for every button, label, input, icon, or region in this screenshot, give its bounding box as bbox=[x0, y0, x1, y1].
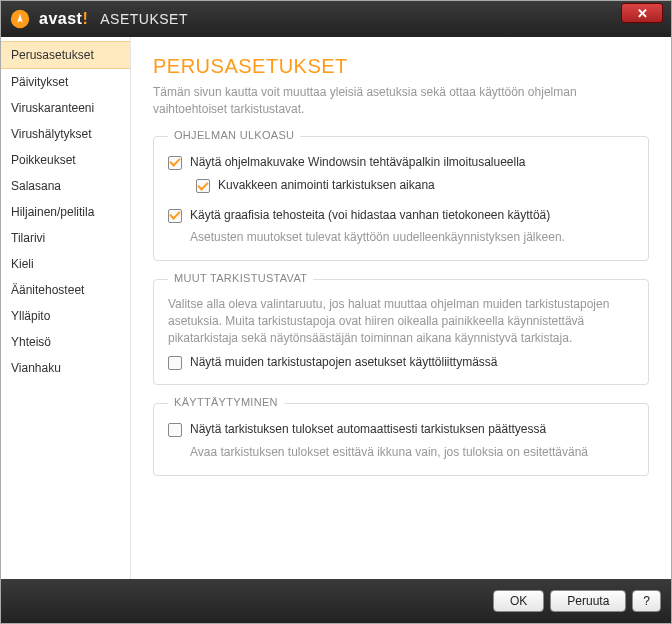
close-button[interactable]: ✕ bbox=[621, 3, 663, 23]
sidebar: Perusasetukset Päivitykset Viruskarantee… bbox=[1, 37, 131, 579]
settings-window: avast! ASETUKSET ✕ Perusasetukset Päivit… bbox=[0, 0, 672, 624]
group-title: KÄYTTÄYTYMINEN bbox=[168, 396, 284, 408]
ok-button[interactable]: OK bbox=[493, 590, 544, 612]
sidebar-item-label: Kieli bbox=[11, 257, 34, 271]
checkbox-show-other-scans[interactable] bbox=[168, 356, 182, 370]
group-appearance: OHJELMAN ULKOASU Näytä ohjelmakuvake Win… bbox=[153, 136, 649, 262]
checkbox-row-graphic-effects: Käytä graafisia tehosteita (voi hidastaa… bbox=[168, 208, 634, 224]
help-button[interactable]: ? bbox=[632, 590, 661, 612]
cancel-button[interactable]: Peruuta bbox=[550, 590, 626, 612]
window-title: ASETUKSET bbox=[100, 11, 188, 27]
sidebar-item-label: Salasana bbox=[11, 179, 61, 193]
checkbox-label: Kuvakkeen animointi tarkistuksen aikana bbox=[218, 178, 435, 194]
sidebar-item-basic-settings[interactable]: Perusasetukset bbox=[1, 41, 130, 69]
checkbox-row-tray-icon: Näytä ohjelmakuvake Windowsin tehtäväpal… bbox=[168, 155, 634, 171]
close-icon: ✕ bbox=[637, 7, 648, 20]
sidebar-item-troubleshooting[interactable]: Vianhaku bbox=[1, 355, 130, 381]
page-title: PERUSASETUKSET bbox=[153, 55, 649, 78]
brand-text: avast! bbox=[39, 10, 88, 28]
sidebar-item-maintenance[interactable]: Ylläpito bbox=[1, 303, 130, 329]
window-body: Perusasetukset Päivitykset Viruskarantee… bbox=[1, 37, 671, 579]
sidebar-item-label: Virushälytykset bbox=[11, 127, 91, 141]
checkbox-animate-icon[interactable] bbox=[196, 179, 210, 193]
checkbox-graphic-effects[interactable] bbox=[168, 209, 182, 223]
group-note: Asetusten muutokset tulevat käyttöön uud… bbox=[190, 229, 634, 246]
sidebar-item-virus-alerts[interactable]: Virushälytykset bbox=[1, 121, 130, 147]
sidebar-item-password[interactable]: Salasana bbox=[1, 173, 130, 199]
sidebar-item-label: Poikkeukset bbox=[11, 153, 76, 167]
sidebar-item-label: Perusasetukset bbox=[11, 48, 94, 62]
page-subtitle: Tämän sivun kautta voit muuttaa yleisiä … bbox=[153, 84, 649, 118]
group-description: Valitse alla oleva valintaruutu, jos hal… bbox=[168, 296, 634, 346]
sidebar-item-label: Äänitehosteet bbox=[11, 283, 84, 297]
sidebar-item-virus-quarantine[interactable]: Viruskaranteeni bbox=[1, 95, 130, 121]
group-other-scans: MUUT TARKISTUSTAVAT Valitse alla oleva v… bbox=[153, 279, 649, 385]
brand-name: avast bbox=[39, 10, 82, 27]
checkbox-label: Näytä muiden tarkistustapojen asetukset … bbox=[190, 355, 497, 371]
brand-bang: ! bbox=[82, 10, 88, 27]
checkbox-label: Käytä graafisia tehosteita (voi hidastaa… bbox=[190, 208, 550, 224]
sidebar-item-exceptions[interactable]: Poikkeukset bbox=[1, 147, 130, 173]
sidebar-item-label: Yhteisö bbox=[11, 335, 51, 349]
brand-logo: avast! bbox=[9, 8, 88, 30]
footer: OK Peruuta ? bbox=[1, 579, 671, 623]
sidebar-item-label: Viruskaranteeni bbox=[11, 101, 94, 115]
sidebar-item-label: Ylläpito bbox=[11, 309, 50, 323]
group-note: Avaa tarkistuksen tulokset esittävä ikku… bbox=[190, 444, 634, 461]
titlebar: avast! ASETUKSET ✕ bbox=[1, 1, 671, 37]
sidebar-item-silent-gaming[interactable]: Hiljainen/pelitila bbox=[1, 199, 130, 225]
checkbox-label: Näytä ohjelmakuvake Windowsin tehtäväpal… bbox=[190, 155, 526, 171]
sidebar-item-label: Tilarivi bbox=[11, 231, 45, 245]
checkbox-label: Näytä tarkistuksen tulokset automaattise… bbox=[190, 422, 546, 438]
checkbox-row-animate-icon: Kuvakkeen animointi tarkistuksen aikana bbox=[196, 178, 634, 194]
sidebar-item-updates[interactable]: Päivitykset bbox=[1, 69, 130, 95]
sidebar-item-label: Hiljainen/pelitila bbox=[11, 205, 94, 219]
checkbox-row-show-results: Näytä tarkistuksen tulokset automaattise… bbox=[168, 422, 634, 438]
checkbox-show-results[interactable] bbox=[168, 423, 182, 437]
checkbox-tray-icon[interactable] bbox=[168, 156, 182, 170]
sidebar-item-label: Päivitykset bbox=[11, 75, 68, 89]
sidebar-item-sound-effects[interactable]: Äänitehosteet bbox=[1, 277, 130, 303]
content-pane: PERUSASETUKSET Tämän sivun kautta voit m… bbox=[131, 37, 671, 579]
group-title: OHJELMAN ULKOASU bbox=[168, 129, 300, 141]
sidebar-item-community[interactable]: Yhteisö bbox=[1, 329, 130, 355]
sidebar-item-label: Vianhaku bbox=[11, 361, 61, 375]
avast-logo-icon bbox=[9, 8, 31, 30]
sidebar-item-statusbar[interactable]: Tilarivi bbox=[1, 225, 130, 251]
checkbox-row-show-other-scans: Näytä muiden tarkistustapojen asetukset … bbox=[168, 355, 634, 371]
group-behavior: KÄYTTÄYTYMINEN Näytä tarkistuksen tuloks… bbox=[153, 403, 649, 475]
group-title: MUUT TARKISTUSTAVAT bbox=[168, 272, 313, 284]
sidebar-item-language[interactable]: Kieli bbox=[1, 251, 130, 277]
